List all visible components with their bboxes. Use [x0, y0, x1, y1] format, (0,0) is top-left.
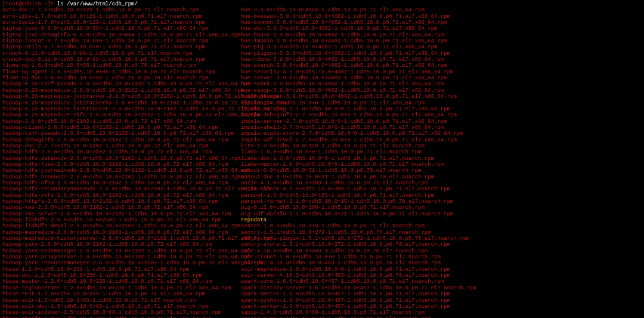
file-entry: solr-doc-4.10.3+cdh5.10.0+463-1.cdh5.10.… [241, 260, 642, 266]
file-entry: llama-1.0.0+cdh5.10.0+0-1.cdh5.10.0.p0.7… [241, 149, 642, 155]
file-entry: hbase-regionserver-1.2.0+cdh5.10.0+236-1… [2, 285, 241, 291]
file-entry: hadoop-hdfs-secondarynamenode-2.6.0+cdh5… [2, 186, 241, 192]
file-entry: impala-2.7.0+cdh5.10.0+0-1.cdh5.10.0.p0.… [241, 100, 642, 106]
file-entry: hbase-solr-doc-1.5+cdh5.10.0+68-1.cdh5.1… [2, 304, 241, 310]
file-entry: bigtop-utils-0.7.0+cdh5.10.0+0-1.cdh5.10… [2, 44, 241, 50]
file-entry: hue-server-3.9.0+cdh5.10.0+4082-1.cdh5.1… [241, 75, 642, 81]
file-entry: hadoop-hdfs-datanode-2.6.0+cdh5.10.0+210… [2, 156, 241, 162]
file-entry: hbase-doc-1.2.0+cdh5.10.0+236-1.cdh5.10.… [2, 273, 241, 279]
file-entry: impala-debuginfo-2.7.0+cdh5.10.0+0-1.cdh… [241, 112, 642, 118]
path-arg: /var/www/html/cdh_rpm/ [67, 1, 138, 7]
file-entry: impala-catalog-2.7.0+cdh5.10.0+0-1.cdh5.… [241, 106, 642, 112]
file-entry: avro-libs-1.7.6+cdh5.10.0+129-1.cdh5.10.… [2, 14, 241, 20]
directory-entry: repodata [241, 217, 642, 223]
file-entry: hue-pig-3.9.0+cdh5.10.0+4082-1.cdh5.10.0… [241, 44, 642, 50]
file-entry: hadoop-httpfs-2.6.0+cdh5.10.0+2102-1.cdh… [2, 199, 241, 205]
file-entry: hadoop-hdfs-namenode-2.6.0+cdh5.10.0+210… [2, 174, 241, 180]
file-entry: impala-udf-devel-2.7.0+cdh5.10.0+0-1.cdh… [241, 137, 642, 143]
file-column-1: avro-doc-1.7.6+cdh5.10.0+129-1.cdh5.10.0… [2, 7, 241, 318]
file-entry: hadoop-hdfs-zkfc-2.6.0+cdh5.10.0+2102-1.… [2, 193, 241, 199]
file-entry: llama-doc-1.0.0+cdh5.10.0+0-1.cdh5.10.0.… [241, 156, 642, 162]
file-entry: hue-security-3.9.0+cdh5.10.0+4082-1.cdh5… [241, 69, 642, 75]
file-entry: hadoop-mapreduce-historyserver-2.6.0+cdh… [2, 236, 241, 242]
file-entry: bigtop-jsvc-0.6.0+cdh5.10.0+864-1.cdh5.1… [2, 26, 241, 32]
file-entry: hadoop-yarn-nodemanager-2.6.0+cdh5.10.0+… [2, 248, 241, 254]
file-entry: hue-doc-3.9.0+cdh5.10.0+4082-1.cdh5.10.0… [241, 26, 642, 32]
file-entry: impala-server-2.7.0+cdh5.10.0+0-1.cdh5.1… [241, 119, 642, 125]
file-entry: sqoop2-1.99.5+cdh5.10.0+42-1.cdh5.10.0.p… [241, 316, 642, 318]
command: ls [57, 1, 64, 7]
file-entry: hue-zookeeper-3.9.0+cdh5.10.0+4082-1.cdh… [241, 94, 642, 100]
file-entry: impala-state-store-2.7.0+cdh5.10.0+0-1.c… [241, 131, 642, 137]
file-entry: spark-python-1.6.0+cdh5.10.0+457-1.cdh5.… [241, 298, 642, 304]
file-entry: hadoop-kms-2.6.0+cdh5.10.0+2102-1.cdh5.1… [2, 205, 241, 211]
file-entry: hadoop-doc-2.7.7+cdh5.10.0+2102-1.cdh5.1… [2, 143, 241, 149]
file-entry: hue-common-3.9.0+cdh5.10.0+4082-1.cdh5.1… [241, 20, 642, 26]
file-entry: hadoop-yarn-2.6.0+cdh5.10.0+2102-1.cdh5.… [2, 242, 241, 248]
file-entry: hbase-solr-1.5+cdh5.10.0+68-1.cdh5.10.0.… [2, 298, 241, 304]
file-entry: search-1.0.0+cdh5.10.0+0-1.cdh5.10.0.p0.… [241, 223, 642, 229]
file-column-2: hue-3.9.0+cdh5.10.0+4082-1.cdh5.10.0.p0.… [241, 7, 642, 318]
file-entry: spark-history-server-1.6.0+cdh5.10.0+457… [241, 285, 642, 291]
file-entry: solr-crunch-1.0.0+cdh5.10.0+0-1.cdh5.10.… [241, 254, 642, 260]
file-entry: parquet-1.5.0+cdh5.10.0+183-1.cdh5.10.0.… [241, 193, 642, 199]
file-entry: oozie-client-4.1.0+cdh5.10.0+389-1.cdh5.… [241, 186, 642, 192]
file-entry: hue-impala-3.9.0+cdh5.10.0+4082-1.cdh5.1… [241, 38, 642, 44]
file-entry: hadoop-libhdfs-devel-2.6.0+cdh5.10.0+210… [2, 223, 241, 229]
file-entry: avro-doc-1.7.6+cdh5.10.0+129-1.cdh5.10.0… [2, 7, 241, 13]
file-entry: hue-spark-3.9.0+cdh5.10.0+4082-1.cdh5.10… [241, 81, 642, 87]
file-entry: hue-search-3.9.0+cdh5.10.0+4082-1.cdh5.1… [241, 63, 642, 69]
file-entry: hadoop-0.20-mapreduce-jobtrackerha-2.6.0… [2, 100, 241, 106]
file-entry: pig-0.12.0+cdh5.10.0+100-1.cdh5.10.0.p0.… [241, 205, 642, 211]
file-entry: hbase-thrift-1.2.0+cdh5.10.0+236-1.cdh5.… [2, 316, 241, 318]
file-entry: hadoop-client-2.6.0+cdh5.10.0+2102-1.cdh… [2, 125, 241, 131]
file-entry: hbase-master-1.2.0+cdh5.10.0+236-1.cdh5.… [2, 279, 241, 285]
file-entry: spark-core-1.6.0+cdh5.10.0+457-1.cdh5.10… [241, 279, 642, 285]
file-entry: flume-ng-1.6.0+cdh5.10.0+86-1.cdh5.10.0.… [2, 63, 241, 69]
file-entry: hadoop-mapreduce-2.6.0+cdh5.10.0+2102-1.… [2, 230, 241, 236]
file-entry: pig-udf-datafu-1.1.0+cdh5.10.0+21-1.cdh5… [241, 211, 642, 217]
file-entry: hadoop-yarn-proxyserver-2.6.0+cdh5.10.0+… [2, 254, 241, 260]
file-entry: hbase-rest-1.2.0+cdh5.10.0+236-1.cdh5.10… [2, 291, 241, 297]
file-entry: hadoop-libhdfs-2.6.0+cdh5.10.0+2102-1.cd… [2, 217, 241, 223]
file-entry: hadoop-yarn-resourcemanager-2.6.0+cdh5.1… [2, 260, 241, 266]
file-entry: oozie-4.1.0+cdh5.10.0+389-1.cdh5.10.0.p0… [241, 180, 642, 186]
file-entry: hbase-solr-indexer-1.5+cdh5.10.0+68-1.cd… [2, 310, 241, 316]
file-entry: sentry-1.5.1+cdh5.10.0+272-1.cdh5.10.0.p… [241, 230, 642, 236]
file-entry: sentry-hdfs-plugin-1.5.1+cdh5.10.0+272-1… [241, 236, 642, 242]
file-entry: hue-hbase-3.9.0+cdh5.10.0+4082-1.cdh5.10… [241, 32, 642, 38]
ls-output: avro-doc-1.7.6+cdh5.10.0+129-1.cdh5.10.0… [2, 7, 642, 318]
file-entry: bigtop-jsvc-debuginfo-0.6.0+cdh5.10.0+86… [2, 32, 241, 38]
file-entry: crunch-doc-0.11.0+cdh5.10.0+96-1.cdh5.10… [2, 57, 241, 63]
file-entry: hadoop-debuginfo-2.6.0+cdh5.10.0+2102-1.… [2, 137, 241, 143]
file-entry: hue-sqoop-3.9.0+cdh5.10.0+4082-1.cdh5.10… [241, 88, 642, 94]
file-entry: bigtop-tomcat-0.7.0+cdh5.10.0+0-1.cdh5.1… [2, 38, 241, 44]
file-entry: crunch-0.11.0+cdh5.10.0+96-1.cdh5.10.0.p… [2, 51, 241, 57]
file-entry: spark-worker-1.6.0+cdh5.10.0+457-1.cdh5.… [241, 304, 642, 310]
file-entry: hue-3.9.0+cdh5.10.0+4082-1.cdh5.10.0.p0.… [241, 7, 642, 13]
file-entry: hue-beeswax-3.9.0+cdh5.10.0+4082-1.cdh5.… [241, 14, 642, 20]
file-entry: hadoop-conf-pseudo-2.6.0+cdh5.10.0+2102-… [2, 131, 241, 137]
file-entry: solr-mapreduce-1.0.0+cdh5.10.0+0-1.cdh5.… [241, 267, 642, 273]
file-entry: hadoop-0.20-mapreduce-2.6.0+cdh5.10.0+21… [2, 88, 241, 94]
file-entry: avro-tools-1.7.6+cdh5.10.0+129-1.cdh5.10… [2, 20, 241, 26]
file-entry: hadoop-0.20-mapreduce-tasktracker-2.6.0+… [2, 106, 241, 112]
file-entry: mahout-0.9+cdh5.10.0+31-1.cdh5.10.0.p0.7… [241, 168, 642, 174]
file-entry: hadoop-2.6.0+cdh5.10.0+2102-1.cdh5.10.0.… [2, 119, 241, 125]
file-entry: hadoop-hdfs-nfs3-2.6.0+cdh5.10.0+2102-1.… [2, 180, 241, 186]
file-entry: sqoop-1.4.6+cdh5.10.0+89-1.cdh5.10.0.p0.… [241, 310, 642, 316]
shell-prompt: [root@cdh178 ~]# ls /var/www/html/cdh_rp… [2, 1, 642, 7]
file-entry: mahout-doc-0.9+cdh5.10.0+31-1.cdh5.10.0.… [241, 174, 642, 180]
file-entry: hadoop-0.20-conf-pseudo-2.6.0+cdh5.10.0+… [2, 81, 241, 87]
file-entry: hadoop-hdfs-2.6.0+cdh5.10.0+2102-1.cdh5.… [2, 149, 241, 155]
file-entry: solr-4.10.3+cdh5.10.0+463-1.cdh5.10.0.p0… [241, 248, 642, 254]
file-entry: spark-master-1.6.0+cdh5.10.0+457-1.cdh5.… [241, 291, 642, 297]
file-entry: flume-ng-doc-1.6.0+cdh5.10.0+86-1.cdh5.1… [2, 75, 241, 81]
file-entry: parquet-format-2.1.0+cdh5.10.0+15-1.cdh5… [241, 199, 642, 205]
file-entry: hadoop-0.20-mapreduce-zkfc-2.6.0+cdh5.10… [2, 112, 241, 118]
file-entry: kite-1.0.0+cdh5.10.0+139-1.cdh5.10.0.p0.… [241, 143, 642, 149]
file-entry: sentry-store-1.5.1+cdh5.10.0+272-1.cdh5.… [241, 242, 642, 248]
file-entry: hadoop-kms-server-2.6.0+cdh5.10.0+2102-1… [2, 211, 241, 217]
file-entry: hue-rdbms-3.9.0+cdh5.10.0+4082-1.cdh5.10… [241, 57, 642, 63]
file-entry: hue-plugins-3.9.0+cdh5.10.0+4082-1.cdh5.… [241, 51, 642, 57]
